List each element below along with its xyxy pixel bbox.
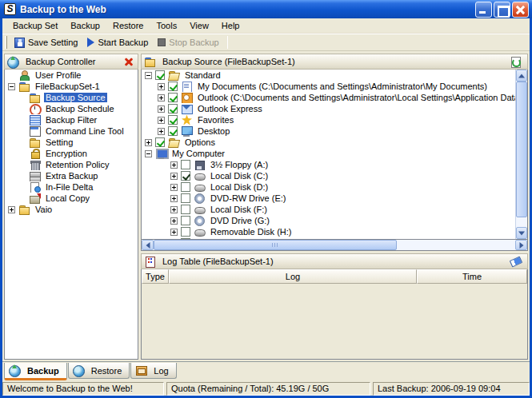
tree-item-command-line-tool[interactable]: Command Line Tool: [5, 125, 138, 137]
play-icon: [87, 38, 94, 47]
menu-restore[interactable]: Restore: [107, 19, 150, 32]
checkbox-unchecked[interactable]: [181, 160, 190, 169]
column-type[interactable]: Type: [142, 269, 169, 284]
log-folder-icon: [135, 365, 147, 376]
tree-item-dvd-g[interactable]: DVD Drive (G:): [142, 215, 515, 226]
tree-item-floppy-a[interactable]: 3½ Floppy (A:): [142, 159, 515, 170]
floppy-icon: [194, 160, 206, 170]
tree-item-local-copy[interactable]: Local Copy: [5, 193, 138, 204]
menu-view[interactable]: View: [184, 19, 214, 32]
tree-item-in-file-delta[interactable]: In-File Delta: [5, 181, 138, 193]
tree-item-favorites[interactable]: Favorites: [142, 114, 515, 125]
tree-item-local-disk-c[interactable]: Local Disk (C:): [142, 170, 515, 181]
tree-item-backup-source[interactable]: Backup Source: [5, 92, 138, 103]
horizontal-scrollbar[interactable]: [141, 240, 528, 251]
tree-item-local-disk-d[interactable]: Local Disk (D:): [142, 181, 515, 193]
tree-item-backup-filter[interactable]: Backup Filter: [5, 114, 138, 125]
save-setting-label: Save Setting: [28, 38, 78, 47]
menu-tools[interactable]: Tools: [151, 19, 183, 32]
status-bar: Welcome to Backup to the Web! Quota (Rem…: [2, 380, 530, 396]
title-bar[interactable]: Backup to the Web: [0, 0, 532, 18]
open-folder-icon: [168, 70, 180, 81]
tree-item-standard[interactable]: Standard: [142, 70, 515, 81]
command-window-icon: [29, 126, 41, 137]
tree-item-desktop[interactable]: Desktop: [142, 125, 515, 137]
refresh-icon[interactable]: [510, 57, 522, 67]
minimize-button[interactable]: [475, 2, 492, 18]
checkbox-checked[interactable]: [168, 82, 178, 91]
tree-item-user-profile[interactable]: User Profile: [5, 70, 138, 81]
tree-item-removable-h[interactable]: Removable Disk (H:): [142, 226, 515, 237]
controller-tree: User Profile FileBackupSet-1 Backup Sour…: [4, 70, 138, 360]
column-log[interactable]: Log: [169, 269, 417, 284]
local-copy-disk-icon: [29, 193, 41, 204]
scroll-up-button[interactable]: [516, 70, 527, 82]
tab-log[interactable]: Log: [130, 363, 176, 379]
setting-folder-icon: [29, 137, 41, 148]
tree-item-backup-schedule[interactable]: Backup Schedule: [5, 103, 138, 114]
tab-restore[interactable]: Restore: [68, 363, 130, 379]
start-backup-button[interactable]: Start Backup: [83, 35, 154, 50]
log-table-body: [141, 284, 528, 360]
close-button[interactable]: [512, 2, 529, 18]
backup-controller-header: Backup Controller: [4, 54, 138, 70]
collapse-expander[interactable]: [8, 83, 15, 90]
tree-item-retention-policy[interactable]: Retention Policy: [5, 159, 138, 170]
checkbox-checked[interactable]: [168, 93, 178, 102]
tree-item-options[interactable]: Options: [142, 137, 515, 148]
save-setting-button[interactable]: Save Setting: [10, 35, 83, 50]
tree-item-my-computer[interactable]: My Computer: [142, 148, 515, 159]
tree-item-extra-backup[interactable]: Extra Backup: [5, 170, 138, 181]
eraser-icon[interactable]: [510, 257, 522, 267]
checkbox-checked[interactable]: [168, 126, 178, 136]
tree-item-local-disk-f[interactable]: Local Disk (F:): [142, 204, 515, 215]
restore-globe-icon: [73, 365, 85, 376]
toolbar-handle[interactable]: [5, 36, 7, 49]
horizontal-scroll-thumb[interactable]: [154, 240, 397, 250]
source-folder-icon: [29, 93, 41, 103]
drive-icon: [194, 171, 206, 181]
tab-backup[interactable]: Backup: [4, 363, 67, 380]
tree-item-outlook[interactable]: Outlook (C:\Documents and Settings\Admin…: [142, 92, 515, 103]
checkbox-unchecked[interactable]: [181, 216, 190, 225]
scroll-down-button[interactable]: [516, 227, 527, 239]
cd-icon: [194, 193, 206, 204]
checkbox-checked[interactable]: [155, 137, 165, 147]
tree-item-encryption[interactable]: Encryption: [5, 148, 138, 159]
checkbox-checked-dark[interactable]: [181, 171, 190, 181]
checkbox-unchecked[interactable]: [181, 205, 190, 214]
vertical-scrollbar[interactable]: [515, 70, 527, 239]
tree-item-vaio[interactable]: Vaio: [5, 204, 138, 215]
file-delta-icon: [29, 182, 41, 193]
main-area: Backup Controller User Profile FileBacku…: [2, 51, 530, 361]
toolbar-separator: [227, 36, 228, 49]
tree-item-setting[interactable]: Setting: [5, 137, 138, 148]
save-icon: [14, 38, 25, 48]
scroll-right-button[interactable]: [515, 240, 527, 250]
checkbox-checked[interactable]: [168, 104, 178, 113]
my-documents-icon: [181, 82, 193, 92]
scroll-left-button[interactable]: [142, 240, 154, 250]
checkbox-checked[interactable]: [155, 70, 165, 80]
panel-close-icon[interactable]: [123, 57, 135, 67]
tree-item-filebackupset[interactable]: FileBackupSet-1: [5, 81, 138, 92]
app-window: Backup to the Web Backup Set Backup Rest…: [0, 0, 532, 398]
column-time[interactable]: Time: [417, 269, 527, 284]
menu-help[interactable]: Help: [216, 19, 246, 32]
backup-controller-title: Backup Controller: [26, 57, 120, 66]
checkbox-unchecked[interactable]: [181, 193, 190, 203]
status-last-backup: Last Backup: 2006-09-19 09:04: [373, 382, 530, 396]
expand-expander[interactable]: [8, 206, 15, 213]
tree-item-outlook-express[interactable]: Outlook Express: [142, 103, 515, 114]
checkbox-unchecked[interactable]: [181, 227, 190, 237]
maximize-button[interactable]: [494, 2, 510, 18]
stop-backup-button[interactable]: Stop Backup: [154, 35, 224, 50]
vertical-scroll-thumb[interactable]: [516, 82, 527, 217]
checkbox-checked[interactable]: [168, 115, 178, 125]
tree-item-dvd-rw-e[interactable]: DVD-RW Drive (E:): [142, 193, 515, 204]
menu-backup-set[interactable]: Backup Set: [7, 19, 63, 32]
tree-item-my-documents[interactable]: My Documents (C:\Documents and Settings\…: [142, 81, 515, 92]
menu-backup[interactable]: Backup: [65, 19, 106, 32]
checkbox-unchecked[interactable]: [181, 182, 190, 192]
outlook-express-icon: [181, 104, 193, 114]
